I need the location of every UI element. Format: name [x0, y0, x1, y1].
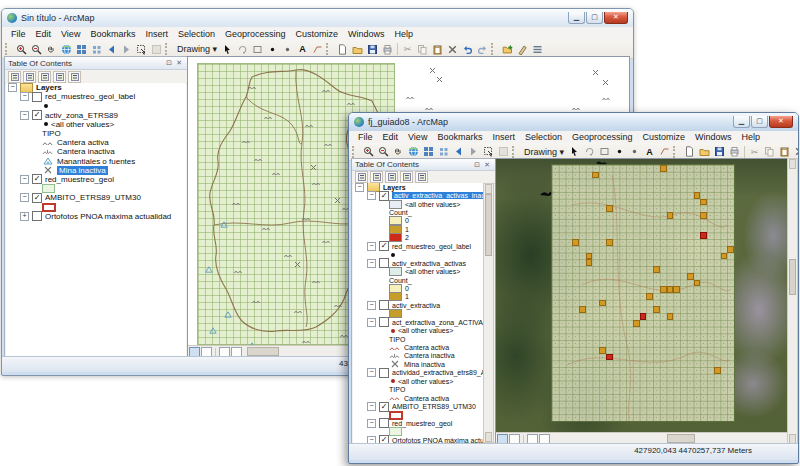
- zoom-in-icon[interactable]: [361, 145, 376, 158]
- toc-item-ortofotos-pnoa-m-xima-actualidad[interactable]: +Ortofotos PNOA máxima actualidad: [6, 212, 186, 221]
- layer-label[interactable]: red_muestreo_geol_label: [45, 92, 135, 101]
- list-by-selection-icon[interactable]: [53, 71, 66, 83]
- toc-item-1[interactable]: 1: [353, 225, 485, 233]
- layer-label[interactable]: 1: [405, 226, 409, 233]
- collapse-icon[interactable]: −: [20, 193, 29, 202]
- toolbar-grip[interactable]: [491, 43, 497, 55]
- menu-item-insert[interactable]: Insert: [140, 29, 173, 39]
- toc-item-all-other-values[interactable]: <all other values>: [353, 326, 485, 334]
- close-icon[interactable]: ✕: [482, 161, 492, 169]
- pause-drawing-button[interactable]: [231, 347, 242, 357]
- toc-item-activ-extractiva[interactable]: −activ_extractiva: [353, 301, 485, 309]
- new-doc-icon[interactable]: [682, 145, 697, 158]
- save-icon[interactable]: [365, 43, 380, 56]
- toc-item-activ-zona-etrs89[interactable]: −✓activ_zona_ETRS89: [6, 111, 186, 120]
- layer-checkbox[interactable]: [32, 92, 42, 102]
- collapse-icon[interactable]: −: [20, 111, 29, 120]
- print-icon[interactable]: [380, 43, 395, 56]
- layer-label[interactable]: Count_: [389, 277, 412, 284]
- copy-icon[interactable]: [415, 43, 430, 56]
- list-by-visibility-icon[interactable]: [38, 71, 51, 83]
- collapse-icon[interactable]: −: [367, 259, 376, 268]
- layer-label[interactable]: act_extractiva_zona_ACTIVAS_INACTIVAS: [392, 319, 485, 326]
- hscroll-thumb[interactable]: [247, 347, 279, 356]
- toc-item-cantera-activa[interactable]: Cantera activa: [6, 138, 186, 147]
- toolbar-grip[interactable]: [5, 43, 11, 55]
- layer-checkbox[interactable]: [379, 258, 389, 268]
- text-A-icon[interactable]: A: [642, 145, 657, 158]
- layer-checkbox[interactable]: [32, 211, 42, 221]
- menu-item-insert[interactable]: Insert: [487, 132, 520, 142]
- toc-item-count[interactable]: Count_: [353, 208, 485, 216]
- menu-item-windows[interactable]: Windows: [690, 132, 737, 142]
- toc-item-tipo[interactable]: TIPO: [6, 129, 186, 138]
- layer-label[interactable]: AMBITO_ETRS89_UTM30: [392, 403, 476, 410]
- layer-label[interactable]: 1: [405, 293, 409, 300]
- layer-checkbox[interactable]: ✓: [379, 241, 389, 251]
- pan-icon[interactable]: [391, 145, 406, 158]
- collapse-icon[interactable]: −: [20, 92, 29, 101]
- layer-label[interactable]: <all other values>: [51, 120, 114, 129]
- toolbar-grip[interactable]: [352, 146, 358, 158]
- toc-item-ortofotos-pnoa-m-xima-actualidad[interactable]: −✓Ortofotos PNOA máxima actualidad: [353, 436, 485, 443]
- pin-icon[interactable]: ⊡: [472, 161, 482, 169]
- delete-icon[interactable]: [445, 43, 460, 56]
- zoom-in-icon[interactable]: [14, 43, 29, 56]
- shape-icon[interactable]: [597, 145, 612, 158]
- toc-item-actividad-extractiva-etrs89-activas[interactable]: −actividad_extractiva_etrs89_ACTIVAS: [353, 369, 485, 377]
- expand-icon[interactable]: +: [20, 212, 29, 221]
- toc-item-0[interactable]: 0: [353, 284, 485, 292]
- list-by-source-icon[interactable]: [370, 171, 383, 183]
- menu-item-customize[interactable]: Customize: [638, 132, 691, 142]
- collapse-icon[interactable]: −: [367, 191, 376, 200]
- toc-item-all-other-values[interactable]: <all other values>: [353, 200, 485, 208]
- layer-label[interactable]: activ_extractiva_activas_inactivas: [392, 192, 485, 199]
- layer-label[interactable]: <all other values>: [405, 201, 460, 208]
- list-by-source-icon[interactable]: [23, 71, 36, 83]
- toc-item-tipo[interactable]: TIPO: [353, 335, 485, 343]
- text-A-icon[interactable]: A: [295, 43, 310, 56]
- collapse-icon[interactable]: −: [8, 83, 17, 92]
- point-icon[interactable]: [265, 43, 280, 56]
- collapse-icon[interactable]: −: [367, 368, 376, 377]
- layer-label[interactable]: Layers: [36, 83, 62, 92]
- toc-item-activ-extractiva-activas[interactable]: −activ_extractiva_activas: [353, 259, 485, 267]
- collapse-icon[interactable]: −: [355, 183, 364, 192]
- toolbar-grip[interactable]: [512, 146, 518, 158]
- save-icon[interactable]: [712, 145, 727, 158]
- layer-checkbox[interactable]: ✓: [379, 435, 389, 443]
- layer-label[interactable]: <all other values>: [398, 378, 453, 385]
- data-view-button[interactable]: [189, 347, 200, 357]
- layer-label[interactable]: <all other values>: [398, 327, 453, 334]
- toc-options-icon[interactable]: [530, 43, 545, 56]
- layer-checkbox[interactable]: [379, 368, 389, 378]
- hscroll-thumb[interactable]: [667, 434, 695, 443]
- fixed-zoom-in-icon[interactable]: [421, 145, 436, 158]
- toc-item-cantera-inactiva[interactable]: Cantera inactiva: [353, 352, 485, 360]
- select-elements-icon[interactable]: [134, 43, 149, 56]
- layer-label[interactable]: Ortofotos PNOA máxima actualidad: [45, 212, 171, 221]
- point2-icon[interactable]: [627, 145, 642, 158]
- pan-icon[interactable]: [44, 43, 59, 56]
- collapse-icon[interactable]: −: [367, 242, 376, 251]
- menu-item-customize[interactable]: Customize: [291, 29, 344, 39]
- layer-checkbox[interactable]: ✓: [379, 191, 389, 201]
- layout-view-button[interactable]: [201, 347, 212, 357]
- arcmap-window-front[interactable]: fj_guiado8 - ArcMap ▁ ▢ ✕ FileEditViewBo…: [348, 112, 799, 464]
- layer-label[interactable]: 0: [405, 217, 409, 224]
- layer-label[interactable]: red_muestreo_geol: [392, 420, 452, 427]
- skew-icon[interactable]: [657, 145, 672, 158]
- inactive-tool-icon[interactable]: [149, 43, 164, 56]
- layer-label[interactable]: Cantera activa: [404, 395, 449, 402]
- toc-item-ambito-etrs89-utm30[interactable]: −✓AMBITO_ETRS89_UTM30: [353, 402, 485, 410]
- redo-icon[interactable]: [475, 43, 490, 56]
- layer-label[interactable]: Count_: [389, 209, 412, 216]
- toc-item-ambito-etrs89-utm30[interactable]: −✓AMBITO_ETRS89_UTM30: [6, 193, 186, 202]
- menu-item-selection[interactable]: Selection: [520, 132, 567, 142]
- layer-checkbox[interactable]: ✓: [32, 193, 42, 203]
- menu-item-bookmarks[interactable]: Bookmarks: [432, 132, 487, 142]
- back-arrow-icon[interactable]: [451, 145, 466, 158]
- toc-item-act-extractiva-zona-activas-inactivas[interactable]: −act_extractiva_zona_ACTIVAS_INACTIVAS: [353, 318, 485, 326]
- toc-item-0[interactable]: 0: [353, 217, 485, 225]
- layer-label[interactable]: activ_extractiva_activas: [392, 260, 466, 267]
